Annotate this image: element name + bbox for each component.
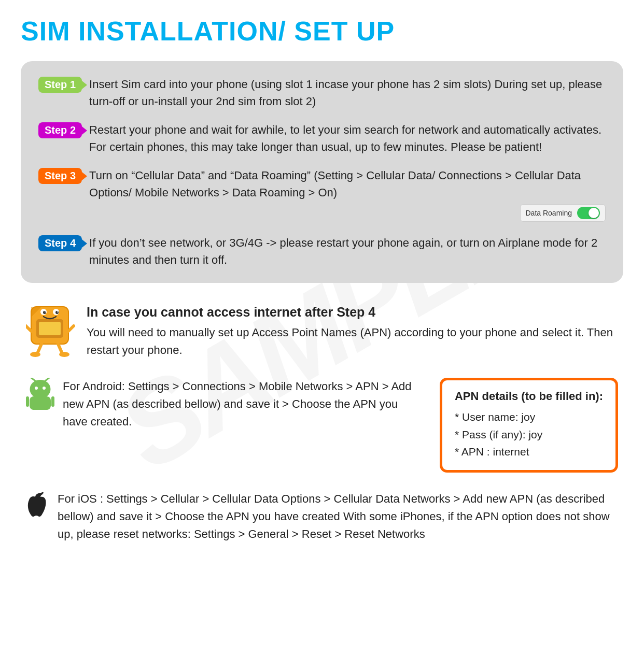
- android-block: For Android: Settings > Connections > Mo…: [26, 378, 424, 433]
- sim-mascot-icon: [26, 303, 75, 357]
- svg-point-8: [45, 311, 46, 312]
- svg-rect-3: [39, 322, 61, 335]
- svg-rect-24: [33, 408, 37, 410]
- step-2-badge: Step 2: [38, 122, 82, 138]
- page-title: SIM INSTALLATION/ SET UP: [21, 16, 623, 47]
- data-roaming-toggle[interactable]: [577, 207, 600, 219]
- svg-rect-25: [44, 408, 48, 410]
- step-1-text: Insert Sim card into your phone (using s…: [89, 76, 606, 110]
- step-2-row: Step 2 Restart your phone and wait for a…: [38, 121, 606, 155]
- svg-line-10: [26, 326, 31, 331]
- sim-heading: In case you cannot access internet after…: [87, 305, 618, 320]
- svg-line-19: [31, 378, 35, 381]
- apn-box-title: APN details (to be filled in):: [455, 390, 603, 403]
- svg-point-7: [55, 311, 59, 314]
- apn-detail-pass: * Pass (if any): joy: [455, 426, 603, 444]
- step-1-badge: Step 1: [38, 77, 82, 93]
- step-1-row: Step 1 Insert Sim card into your phone (…: [38, 76, 606, 110]
- toggle-knob: [589, 208, 599, 218]
- svg-point-9: [57, 311, 58, 312]
- svg-line-11: [68, 326, 74, 331]
- svg-point-17: [35, 387, 38, 390]
- android-text: For Android: Settings > Connections > Mo…: [63, 378, 424, 431]
- steps-card: Step 1 Insert Sim card into your phone (…: [21, 61, 623, 283]
- svg-rect-21: [30, 396, 51, 410]
- data-roaming-row: Data Roaming: [89, 204, 606, 222]
- apn-detail-username: * User name: joy: [455, 408, 603, 426]
- data-roaming-box: Data Roaming: [520, 204, 606, 222]
- step-4-badge: Step 4: [38, 235, 82, 251]
- step-2-text: Restart your phone and wait for awhile, …: [89, 121, 606, 155]
- android-header: For Android: Settings > Connections > Mo…: [26, 378, 424, 431]
- sim-body: You will need to manually set up Access …: [87, 324, 618, 359]
- ios-text: For iOS : Settings > Cellular > Cellular…: [58, 490, 618, 543]
- android-apn-row: For Android: Settings > Connections > Mo…: [21, 378, 623, 473]
- apn-detail-apn: * APN : internet: [455, 443, 603, 461]
- sim-text-block: In case you cannot access internet after…: [87, 303, 618, 359]
- svg-line-13: [58, 344, 62, 353]
- svg-line-12: [37, 344, 41, 353]
- step-3-badge: Step 3: [38, 168, 82, 184]
- data-roaming-label: Data Roaming: [526, 209, 572, 217]
- apn-details-box: APN details (to be filled in): * User na…: [440, 378, 618, 473]
- svg-line-20: [45, 378, 49, 381]
- sim-section: In case you cannot access internet after…: [21, 303, 623, 359]
- svg-point-15: [59, 352, 69, 357]
- svg-rect-23: [51, 396, 54, 407]
- svg-point-18: [43, 387, 46, 390]
- step-3-text: Turn on “Cellular Data” and “Data Roamin…: [89, 167, 606, 201]
- step-3-row: Step 3 Turn on “Cellular Data” and “Data…: [38, 167, 606, 223]
- svg-rect-22: [26, 396, 29, 407]
- svg-point-16: [30, 380, 51, 398]
- step-4-row: Step 4 If you don’t see network, or 3G/4…: [38, 234, 606, 268]
- android-icon: [26, 378, 54, 410]
- ios-section: For iOS : Settings > Cellular > Cellular…: [21, 490, 623, 543]
- step-4-text: If you don’t see network, or 3G/4G -> pl…: [89, 234, 606, 268]
- svg-point-6: [43, 311, 46, 314]
- apple-icon: [26, 492, 49, 518]
- svg-point-14: [30, 352, 40, 357]
